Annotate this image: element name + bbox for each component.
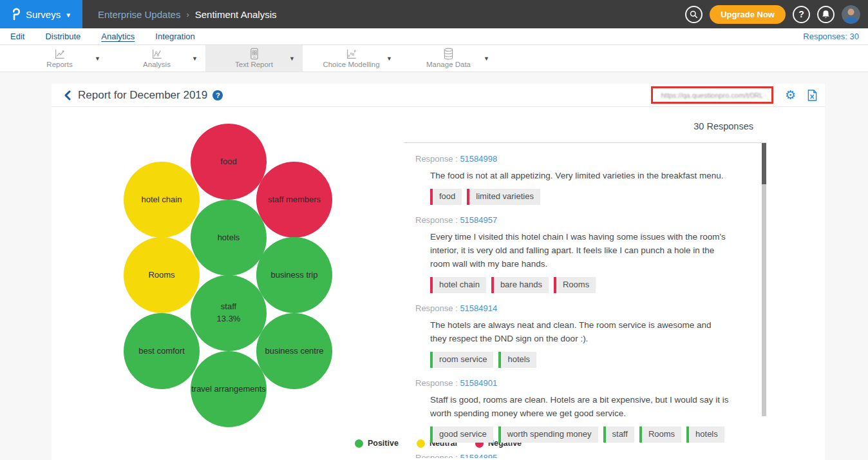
chevron-left-icon: [63, 90, 71, 101]
topbar-actions: Upgrade Now ?: [685, 0, 868, 28]
product-switcher[interactable]: Surveys ▼: [0, 0, 82, 28]
bubble-hotels[interactable]: hotels: [191, 200, 267, 276]
scrollbar-thumb[interactable]: [762, 143, 766, 184]
response-text: Every time I visited this hotel chain I …: [430, 230, 729, 271]
bubble-staff-members[interactable]: staff members: [256, 162, 332, 238]
bubble-staff[interactable]: staff13.3%: [191, 275, 267, 351]
response-text: The food is not at all appetizing. Very …: [430, 169, 729, 182]
settings-gear-icon[interactable]: ⚙: [785, 89, 796, 101]
response-item: Response : 51584998The food is not at al…: [415, 154, 747, 205]
report-title: Report for December 2019: [78, 89, 207, 102]
bubble-label: staff members: [268, 194, 321, 206]
menu-item-edit[interactable]: Edit: [10, 32, 24, 41]
bubble-business-centre[interactable]: business centre: [256, 313, 332, 389]
chevron-down-icon[interactable]: ▼: [386, 55, 392, 62]
breadcrumb-current: Sentiment Analysis: [195, 9, 277, 20]
response-tags: hotel chainbare handsRooms: [430, 277, 747, 293]
analysis-chart-icon: [151, 48, 163, 60]
database-icon: [443, 48, 454, 60]
menu-item-analytics[interactable]: Analytics: [101, 32, 135, 41]
legend-dot-positive: [355, 439, 363, 448]
breadcrumb: Enterprise Updates › Sentiment Analysis: [98, 0, 276, 28]
sentiment-tag-bare-hands[interactable]: bare hands: [491, 277, 549, 293]
response-text: Staff is good, rooms are clean. Hotels a…: [430, 393, 729, 420]
sentiment-tag-hotels[interactable]: hotels: [686, 426, 724, 443]
help-button[interactable]: ?: [793, 6, 810, 23]
bubble-label: travel arrangements: [191, 383, 266, 396]
breadcrumb-parent-link[interactable]: Enterprise Updates: [98, 9, 180, 20]
chevron-down-icon[interactable]: ▼: [484, 55, 489, 62]
response-id-link[interactable]: 51584901: [460, 378, 497, 388]
response-label: Response : 51584901: [415, 378, 747, 388]
bubble-label: business trip: [271, 269, 318, 282]
export-report-button[interactable]: [807, 90, 817, 101]
sentiment-tag-limited-varieties[interactable]: limited varieties: [467, 189, 540, 205]
sentiment-tag-staff[interactable]: staff: [603, 426, 634, 443]
bubble-travel-arrangements[interactable]: travel arrangements: [191, 351, 267, 427]
user-avatar[interactable]: [842, 5, 860, 24]
bubble-chart: foodhotel chainstaff membershotelsRoomsb…: [52, 107, 404, 459]
chevron-down-icon[interactable]: ▼: [192, 55, 198, 62]
bubble-label: best comfort: [138, 345, 185, 358]
sentiment-tag-hotels[interactable]: hotels: [498, 352, 536, 368]
export-document-icon: [807, 90, 817, 101]
bubble-hotel-chain[interactable]: hotel chain: [124, 162, 200, 238]
search-button[interactable]: [685, 6, 703, 23]
report-help-icon[interactable]: ?: [212, 90, 223, 101]
breadcrumb-separator: ›: [186, 10, 189, 19]
toolbar-item-analysis[interactable]: Analysis▼: [108, 45, 205, 72]
bubble-best-comfort[interactable]: best comfort: [124, 313, 200, 389]
choice-modelling-icon: [345, 48, 357, 60]
toolbar-item-choice-modelling[interactable]: Choice Modelling▼: [303, 45, 400, 72]
back-button[interactable]: [63, 90, 71, 101]
share-url-text: https://qa.questionpro.com/t/0RL: [661, 91, 763, 99]
bubble-label: hotel chain: [142, 194, 182, 206]
notifications-button[interactable]: [817, 6, 835, 23]
sentiment-tag-good-service[interactable]: good service: [430, 426, 493, 443]
response-id-link[interactable]: 51584957: [460, 215, 497, 225]
chevron-down-icon[interactable]: ▼: [289, 55, 295, 62]
sentiment-tag-rooms[interactable]: Rooms: [639, 426, 681, 443]
bubble-rooms[interactable]: Rooms: [124, 237, 200, 313]
sentiment-tag-hotel-chain[interactable]: hotel chain: [430, 277, 486, 293]
sentiment-tag-food[interactable]: food: [430, 189, 462, 205]
response-id-link[interactable]: 51584895: [460, 453, 497, 458]
report-header: Report for December 2019 ? https://qa.qu…: [52, 84, 825, 107]
sentiment-tag-rooms[interactable]: Rooms: [554, 277, 596, 293]
menu-item-integration[interactable]: Integration: [155, 32, 194, 41]
response-id-link[interactable]: 51584998: [460, 154, 497, 164]
share-url-box[interactable]: https://qa.questionpro.com/t/0RL: [651, 86, 773, 104]
menu-items: EditDistributeAnalyticsIntegration: [10, 32, 195, 41]
responses-panel: Response : 51584998The food is not at al…: [404, 142, 766, 458]
bubble-label: business centre: [265, 345, 323, 358]
product-label: Surveys: [26, 9, 61, 20]
toolbar-item-label: Text Report: [235, 61, 273, 68]
report-header-actions: https://qa.questionpro.com/t/0RL ⚙: [651, 86, 817, 104]
menu-item-distribute[interactable]: Distribute: [45, 32, 80, 41]
response-id-link[interactable]: 51584914: [460, 303, 497, 313]
chevron-down-icon[interactable]: ▼: [95, 55, 100, 62]
top-navigation-bar: Surveys ▼ Enterprise Updates › Sentiment…: [0, 0, 868, 28]
reports-chart-icon: [53, 48, 66, 60]
survey-menu-bar: EditDistributeAnalyticsIntegration Respo…: [0, 28, 868, 45]
response-tags: foodlimited varieties: [430, 189, 747, 205]
bubble-business-trip[interactable]: business trip: [256, 237, 332, 313]
upgrade-now-button[interactable]: Upgrade Now: [710, 5, 786, 24]
toolbar-item-label: Reports: [46, 61, 72, 68]
response-item: Response : 51584957Every time I visited …: [415, 215, 747, 293]
toolbar-item-manage-data[interactable]: Manage Data▼: [400, 45, 497, 72]
toolbar-item-text-report[interactable]: Text Report▼: [205, 45, 303, 72]
response-tags: room servicehotels: [430, 352, 747, 368]
responses-count[interactable]: Responses: 30: [803, 32, 859, 41]
sentiment-tag-room-service[interactable]: room service: [430, 352, 493, 368]
response-label: Response : 51584957: [415, 215, 747, 225]
response-tags: good serviceworth spending moneystaffRoo…: [430, 426, 747, 443]
text-report-icon: [250, 48, 259, 60]
toolbar-item-label: Analysis: [143, 61, 171, 68]
bubble-food[interactable]: food: [191, 124, 267, 200]
search-icon: [690, 10, 698, 19]
report-body: foodhotel chainstaff membershotelsRoomsb…: [52, 107, 825, 459]
sentiment-tag-worth-spending-money[interactable]: worth spending money: [498, 426, 598, 443]
toolbar-item-reports[interactable]: Reports▼: [11, 45, 108, 72]
responses-header: 30 Responses: [404, 107, 766, 142]
